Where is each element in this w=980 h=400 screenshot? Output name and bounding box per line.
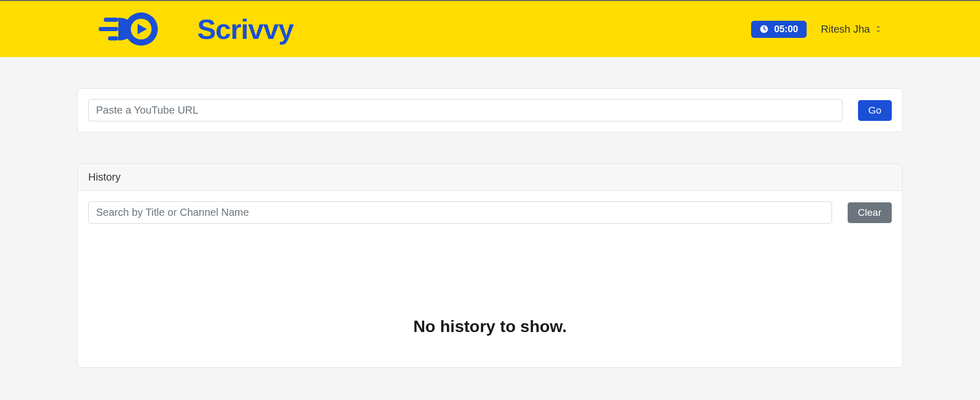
url-input[interactable]: [88, 99, 842, 121]
brand-logo-icon: [99, 10, 187, 48]
timer-badge[interactable]: 05:00: [751, 21, 806, 38]
timer-value: 05:00: [774, 24, 798, 35]
header: Scrivvy 05:00 Ritesh Jha: [0, 1, 980, 57]
history-search-input[interactable]: [88, 201, 832, 224]
history-title: History: [88, 171, 120, 183]
logo-section[interactable]: Scrivvy: [99, 10, 293, 48]
brand-text: Scrivvy: [197, 13, 293, 45]
clear-button[interactable]: Clear: [848, 202, 892, 223]
history-empty-message: No history to show.: [88, 224, 892, 357]
url-card: Go: [77, 88, 903, 132]
history-card-header: History: [78, 164, 902, 191]
history-card-body: Clear No history to show.: [78, 191, 902, 367]
svg-rect-0: [104, 18, 118, 22]
clock-icon: [759, 24, 769, 34]
history-search-row: Clear: [88, 201, 892, 224]
svg-rect-1: [99, 27, 118, 31]
user-menu[interactable]: Ritesh Jha: [821, 23, 882, 35]
go-button[interactable]: Go: [858, 100, 892, 121]
url-row: Go: [88, 99, 892, 121]
svg-rect-2: [108, 36, 118, 40]
history-card: History Clear No history to show.: [77, 163, 903, 368]
user-name: Ritesh Jha: [821, 23, 870, 35]
chevron-updown-icon: [875, 25, 881, 33]
header-right: 05:00 Ritesh Jha: [751, 21, 881, 38]
main-content: Go History Clear No history to show.: [77, 57, 903, 368]
